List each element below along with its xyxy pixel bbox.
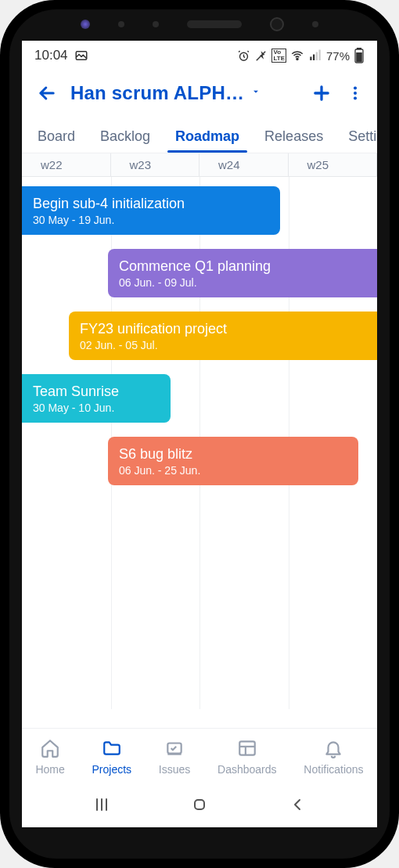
week-header: w22: [22, 153, 111, 176]
app-header: Han scrum ALPH…: [22, 70, 377, 116]
nav-label: Projects: [92, 763, 132, 776]
nav-label: Home: [35, 763, 64, 776]
status-time: 10:04: [34, 48, 68, 63]
project-selector[interactable]: Han scrum ALPH…: [70, 82, 299, 104]
tab-backlog[interactable]: Backlog: [88, 128, 163, 153]
sysback-button[interactable]: [288, 795, 307, 817]
view-tabs: BoardBacklogRoadmapReleasesSettings: [22, 116, 377, 153]
notifications-icon: [323, 738, 343, 761]
android-system-nav: [22, 784, 377, 827]
svg-rect-16: [239, 741, 255, 755]
issues-icon: [164, 738, 185, 761]
tab-board[interactable]: Board: [25, 128, 88, 153]
epic-title: Commence Q1 planning: [119, 258, 366, 275]
picture-icon: [74, 49, 88, 63]
svg-point-13: [354, 96, 357, 99]
roadmap-epic[interactable]: FY23 unification project02 Jun. - 05 Jul…: [69, 312, 377, 360]
roadmap-epic[interactable]: Team Sunrise30 May - 10 Jun.: [22, 374, 171, 423]
tab-settings[interactable]: Settings: [336, 128, 377, 153]
svg-rect-10: [356, 52, 362, 62]
week-header: w24: [200, 153, 289, 176]
svg-rect-5: [313, 55, 315, 61]
epic-title: Team Sunrise: [33, 384, 160, 400]
roadmap-epic[interactable]: Begin sub-4 initialization30 May - 19 Ju…: [22, 186, 280, 235]
home-icon: [40, 738, 60, 761]
epic-title: Begin sub-4 initialization: [33, 196, 269, 212]
nav-label: Issues: [159, 763, 190, 776]
week-header: w25: [289, 153, 378, 176]
wifi-icon: [290, 49, 304, 63]
svg-point-11: [354, 87, 357, 90]
roadmap-epic[interactable]: S6 bug blitz06 Jun. - 25 Jun.: [108, 437, 358, 485]
more-button[interactable]: [344, 80, 366, 106]
back-button[interactable]: [33, 79, 61, 107]
svg-rect-7: [318, 50, 320, 61]
phone-sensors: [0, 17, 399, 31]
svg-rect-22: [195, 800, 204, 809]
svg-point-3: [297, 58, 298, 59]
bottom-nav: HomeProjectsIssuesDashboardsNotification…: [22, 728, 377, 784]
week-header: w23: [111, 153, 200, 176]
status-bar: 10:04 VoLTE 77%: [22, 41, 377, 70]
volte-icon: VoLTE: [271, 49, 286, 63]
roadmap-weeks-header: w22w23w24w25: [22, 153, 377, 177]
svg-rect-4: [310, 57, 311, 61]
epic-dates: 06 Jun. - 09 Jul.: [119, 276, 366, 289]
nav-label: Notifications: [304, 763, 363, 776]
roadmap-epic[interactable]: Commence Q1 planning06 Jun. - 09 Jul.: [108, 249, 377, 297]
projects-icon: [102, 738, 122, 761]
tab-roadmap[interactable]: Roadmap: [163, 128, 252, 153]
dashboards-icon: [237, 738, 257, 761]
add-button[interactable]: [308, 80, 335, 106]
project-title: Han scrum ALPH…: [70, 82, 244, 104]
epic-dates: 30 May - 19 Jun.: [33, 214, 269, 226]
nav-home[interactable]: Home: [35, 738, 64, 776]
nav-label: Dashboards: [217, 763, 277, 776]
home-button[interactable]: [190, 795, 209, 817]
alarm-icon: [237, 49, 250, 63]
svg-rect-6: [316, 52, 318, 61]
epic-dates: 06 Jun. - 25 Jun.: [119, 464, 347, 477]
epic-dates: 02 Jun. - 05 Jul.: [80, 339, 366, 351]
nav-issues[interactable]: Issues: [159, 738, 190, 776]
nav-dashboards[interactable]: Dashboards: [217, 738, 277, 776]
nav-notifications[interactable]: Notifications: [304, 738, 363, 776]
battery-icon: [354, 48, 365, 63]
recents-button[interactable]: [92, 795, 111, 817]
battery-text: 77%: [326, 49, 350, 63]
chevron-down-icon: [250, 86, 261, 100]
svg-line-2: [257, 51, 265, 59]
roadmap-canvas[interactable]: Begin sub-4 initialization30 May - 19 Ju…: [22, 177, 377, 709]
tab-releases[interactable]: Releases: [252, 128, 336, 153]
epic-title: S6 bug blitz: [119, 446, 347, 463]
epic-dates: 30 May - 10 Jun.: [33, 402, 160, 414]
nav-projects[interactable]: Projects: [92, 738, 132, 776]
svg-point-12: [354, 92, 357, 95]
signal-icon: [308, 49, 322, 63]
epic-title: FY23 unification project: [80, 321, 366, 337]
vibrate-icon: [254, 49, 268, 63]
